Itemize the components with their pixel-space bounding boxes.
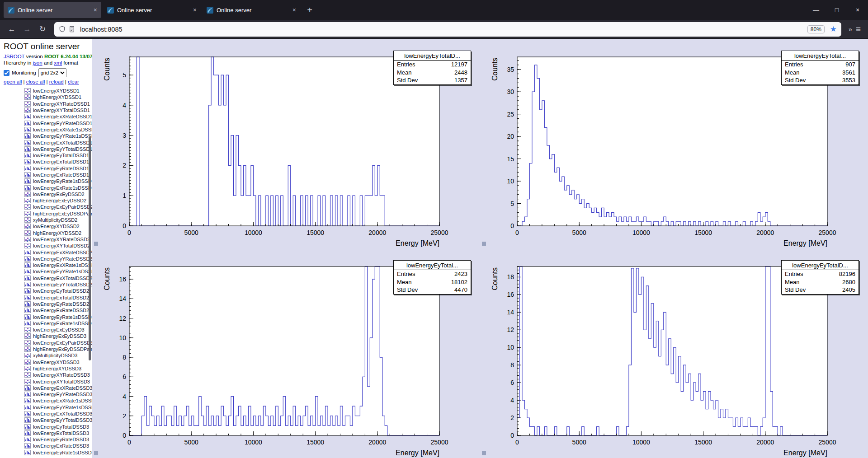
tree-item-highEnergyExEyDSSDPair2[interactable]: highEnergyExEyDSSDPair2: [4, 210, 92, 217]
tree-item-lowEnergyExXTotalDSSD3[interactable]: lowEnergyExXTotalDSSD3: [4, 411, 92, 417]
tree-item-lowEnergyExXRateDSSD1[interactable]: lowEnergyExXRateDSSD1: [4, 113, 92, 120]
tree-item-lowEnergyEyYRate1sDSSD1[interactable]: lowEnergyEyYRate1sDSSD1: [4, 133, 92, 139]
tree-item-lowEnergyExXRate1sDSSD2[interactable]: lowEnergyExXRate1sDSSD2: [4, 262, 92, 268]
action-clear[interactable]: clear: [68, 79, 79, 84]
tree-item-lowEnergyExEyDSSD2[interactable]: lowEnergyExEyDSSD2: [4, 191, 92, 197]
close-icon[interactable]: ×: [847, 0, 868, 20]
back-icon[interactable]: ←: [5, 23, 19, 36]
tree-item-lowEnergyEyTotalDSSD3[interactable]: lowEnergyEyTotalDSSD3: [4, 423, 92, 430]
tree-item-lowEnergyExXTotalDSSD1[interactable]: lowEnergyExXTotalDSSD1: [4, 139, 92, 145]
minimize-icon[interactable]: —: [806, 0, 826, 20]
tree-item-lowEnergyEyYRate1sDSSD3[interactable]: lowEnergyEyYRate1sDSSD3: [4, 404, 92, 411]
tree-item-lowEnergyEyRateDSSD2[interactable]: lowEnergyEyRateDSSD2: [4, 301, 92, 307]
pad-resize-grip[interactable]: [94, 451, 98, 455]
tree-item-lowEnergyXYDSSD1[interactable]: lowEnergyXYDSSD1: [4, 88, 92, 94]
histogram-pad-bottom-left[interactable]: 05000100001500020000250000246810121416En…: [92, 248, 480, 458]
tree-item-lowEnergyXYRateDSSD1[interactable]: lowEnergyXYRateDSSD1: [4, 101, 92, 107]
browser-tab-1[interactable]: Online server ×: [4, 2, 101, 18]
tree-item-lowEnergyEyYRateDSSD1[interactable]: lowEnergyEyYRateDSSD1: [4, 120, 92, 126]
forward-icon[interactable]: →: [20, 23, 34, 36]
tree-item-lowEnergyExXRate1sDSSD1[interactable]: lowEnergyExXRate1sDSSD1: [4, 126, 92, 133]
pad-resize-grip[interactable]: [482, 451, 486, 455]
tree-item-lowEnergyEyRate1sDSSD3[interactable]: lowEnergyEyRate1sDSSD3: [4, 449, 92, 456]
tree-item-lowEnergyXYDSSD2[interactable]: lowEnergyXYDSSD2: [4, 223, 92, 229]
tree-item-lowEnergyExXRateDSSD2[interactable]: lowEnergyExXRateDSSD2: [4, 249, 92, 255]
tree-item-highEnergyXYDSSD3[interactable]: highEnergyXYDSSD3: [4, 365, 92, 372]
tree-item-lowEnergyEyYRateDSSD3[interactable]: lowEnergyEyYRateDSSD3: [4, 391, 92, 397]
tree-item-lowEnergyXYRateDSSD3[interactable]: lowEnergyXYRateDSSD3: [4, 372, 92, 378]
tree-item-highEnergyExEyDSSD3[interactable]: highEnergyExEyDSSD3: [4, 333, 92, 339]
tree-item-lowEnergyExEyPairDSSD3[interactable]: lowEnergyExEyPairDSSD3: [4, 340, 92, 346]
json-link[interactable]: json: [33, 60, 42, 65]
tree-item-lowEnergyEyRate1sDSSD1[interactable]: lowEnergyEyRate1sDSSD1: [4, 178, 92, 184]
tree-item-lowEnergyExRate1sDSSD2[interactable]: lowEnergyExRate1sDSSD2: [4, 320, 92, 327]
page-info-icon[interactable]: [69, 26, 75, 33]
tree-item-lowEnergyEyTotalDSSD1[interactable]: lowEnergyEyTotalDSSD1: [4, 152, 92, 159]
tree-item-lowEnergyEyYRate1sDSSD2[interactable]: lowEnergyEyYRate1sDSSD2: [4, 268, 92, 275]
monitoring-checkbox[interactable]: [4, 70, 9, 76]
tree-item-lowEnergyXYRateDSSD2[interactable]: lowEnergyXYRateDSSD2: [4, 236, 92, 243]
tree-item-lowEnergyExTotalDSSD3[interactable]: lowEnergyExTotalDSSD3: [4, 430, 92, 436]
tab-close-icon[interactable]: ×: [94, 7, 97, 13]
tree-item-highEnergyExEyDSSD2[interactable]: highEnergyExEyDSSD2: [4, 197, 92, 204]
reload-icon[interactable]: ↻: [35, 23, 50, 36]
tree-item-lowEnergyEyRateDSSD3[interactable]: lowEnergyEyRateDSSD3: [4, 436, 92, 443]
grid-layout-select[interactable]: grid 2x2: [38, 68, 66, 77]
tree-item-lowEnergyEyYTotalDSSD1[interactable]: lowEnergyEyYTotalDSSD1: [4, 146, 92, 152]
histogram-pad-top-right[interactable]: 050001000015000200002500005101520253035E…: [480, 39, 868, 248]
tree-item-lowEnergyExXRateDSSD3[interactable]: lowEnergyExXRateDSSD3: [4, 385, 92, 391]
stats-box[interactable]: lowEnergyEyTotalD... Entries82196 Mean26…: [781, 260, 859, 294]
tree-item-lowEnergyExXTotalDSSD2[interactable]: lowEnergyExXTotalDSSD2: [4, 275, 92, 281]
shield-icon[interactable]: [59, 26, 66, 33]
pad-resize-grip[interactable]: [94, 242, 98, 246]
browser-tab-3[interactable]: Online server ×: [203, 2, 300, 18]
tree-item-lowEnergyEyRateDSSD1[interactable]: lowEnergyEyRateDSSD1: [4, 165, 92, 172]
xml-link[interactable]: xml: [54, 60, 62, 65]
tree-item-lowEnergyEyYRateDSSD2[interactable]: lowEnergyEyYRateDSSD2: [4, 256, 92, 262]
tree-item-lowEnergyExTotalDSSD1[interactable]: lowEnergyExTotalDSSD1: [4, 159, 92, 165]
pad-resize-grip[interactable]: [482, 242, 486, 246]
tree-item-lowEnergyExTotalDSSD2[interactable]: lowEnergyExTotalDSSD2: [4, 294, 92, 301]
overflow-menu-icon[interactable]: »: [849, 26, 851, 33]
sidebar-scrollbar[interactable]: [89, 136, 91, 360]
action-open-all[interactable]: open all: [4, 79, 22, 84]
tree-item-lowEnergyExEyDSSD3[interactable]: lowEnergyExEyDSSD3: [4, 327, 92, 333]
action-reload[interactable]: reload: [49, 79, 64, 84]
hamburger-menu-icon[interactable]: ≡: [856, 24, 861, 34]
tree-item-lowEnergyExXRate1sDSSD3[interactable]: lowEnergyExXRate1sDSSD3: [4, 397, 92, 404]
tab-close-icon[interactable]: ×: [292, 7, 296, 13]
stats-box[interactable]: lowEnergyEyTotal... Entries907 Mean3561 …: [781, 51, 859, 85]
tree-item-highEnergyXYDSSD2[interactable]: highEnergyXYDSSD2: [4, 230, 92, 236]
stats-box[interactable]: lowEnergyEyTotalD... Entries12197 Mean24…: [393, 51, 471, 85]
tree-item-lowEnergyXYDSSD3[interactable]: lowEnergyXYDSSD3: [4, 359, 92, 365]
tree-item-lowEnergyEyRate1sDSSD2[interactable]: lowEnergyEyRate1sDSSD2: [4, 313, 92, 320]
new-tab-button[interactable]: +: [302, 2, 317, 18]
tree-item-highEnergyXYDSSD1[interactable]: highEnergyXYDSSD1: [4, 94, 92, 100]
tree-item-lowEnergyExRate1sDSSD1[interactable]: lowEnergyExRate1sDSSD1: [4, 184, 92, 191]
tree-item-lowEnergyExRateDSSD2[interactable]: lowEnergyExRateDSSD2: [4, 307, 92, 313]
histogram-pad-top-left[interactable]: 0500010000150002000025000012345Energy [M…: [92, 39, 480, 248]
tree-item-lowEnergyExRateDSSD1[interactable]: lowEnergyExRateDSSD1: [4, 172, 92, 178]
maximize-icon[interactable]: □: [826, 0, 847, 20]
stats-box[interactable]: lowEnergyEyTotal... Entries2423 Mean1810…: [393, 260, 471, 294]
bookmark-star-icon[interactable]: ★: [830, 24, 837, 34]
tree-item-lowEnergyEyYTotalDSSD3[interactable]: lowEnergyEyYTotalDSSD3: [4, 417, 92, 423]
tree-item-lowEnergyExEyPairDSSD2[interactable]: lowEnergyExEyPairDSSD2: [4, 204, 92, 210]
browser-tab-2[interactable]: Online server ×: [103, 2, 201, 18]
tree-item-lowEnergyXYTotalDSSD2[interactable]: lowEnergyXYTotalDSSD2: [4, 243, 92, 249]
tree-item-lowEnergyXYTotalDSSD1[interactable]: lowEnergyXYTotalDSSD1: [4, 107, 92, 113]
tree-item-lowEnergyExRateDSSD3[interactable]: lowEnergyExRateDSSD3: [4, 443, 92, 449]
url-bar[interactable]: localhost:8085 80% ★: [54, 22, 841, 37]
tree-item-xyMultiplicityDSSD2[interactable]: xyMultiplicityDSSD2: [4, 217, 92, 223]
tree-item-xyMultiplicityDSSD3[interactable]: xyMultiplicityDSSD3: [4, 352, 92, 359]
jsroot-link[interactable]: JSROOT: [4, 54, 24, 59]
zoom-indicator[interactable]: 80%: [807, 25, 825, 33]
action-close-all[interactable]: close all: [26, 79, 45, 84]
tab-close-icon[interactable]: ×: [193, 7, 197, 13]
tree-item-lowEnergyEyTotalDSSD2[interactable]: lowEnergyEyTotalDSSD2: [4, 288, 92, 294]
tree-item-lowEnergyXYTotalDSSD3[interactable]: lowEnergyXYTotalDSSD3: [4, 378, 92, 384]
histogram-pad-bottom-right[interactable]: 0500010000150002000025000024681012141618…: [480, 248, 868, 458]
url-text[interactable]: localhost:8085: [80, 26, 807, 33]
tree-item-lowEnergyEyYTotalDSSD2[interactable]: lowEnergyEyYTotalDSSD2: [4, 281, 92, 288]
tree-item-highEnergyExEyDSSDPair3[interactable]: highEnergyExEyDSSDPair3: [4, 346, 92, 352]
